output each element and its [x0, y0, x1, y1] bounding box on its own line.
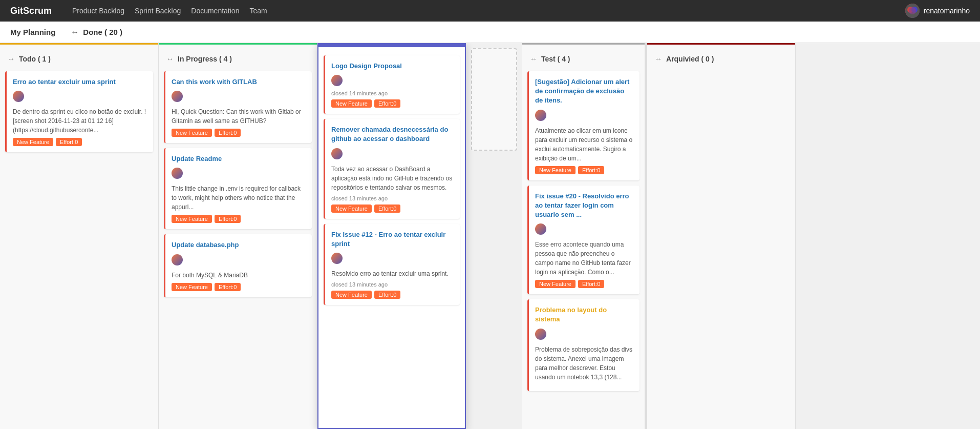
card-inprogress-2-title[interactable]: Update database.php [172, 240, 306, 250]
tag-new-feature-d0[interactable]: New Feature [331, 99, 372, 108]
tag-effort-d2[interactable]: Effort:0 [374, 291, 400, 299]
tag-new-feature-t1[interactable]: New Feature [535, 280, 576, 288]
avatar-done-1 [331, 148, 343, 159]
tag-new-feature-ip2[interactable]: New Feature [172, 283, 212, 291]
tag-new-feature[interactable]: New Feature [13, 138, 53, 146]
inprogress-title: In Progress ( 4 ) [178, 55, 232, 63]
tag-effort-t0[interactable]: Effort:0 [578, 166, 604, 174]
card-test-2-title[interactable]: Problema no layout do sistema [535, 305, 633, 324]
tag-new-feature-d2[interactable]: New Feature [331, 291, 372, 299]
arrow-icon: ↔ [71, 28, 79, 37]
card-test-1-title[interactable]: Fix issue #20 - Resolvido erro ao tentar… [535, 192, 633, 220]
card-test-0: [Sugestão] Adicionar um alert de confirm… [527, 71, 640, 180]
column-header-archived: ↔ Arquivied ( 0 ) [647, 49, 795, 67]
card-done-0-meta: closed 14 minutes ago [331, 90, 454, 96]
card-inprogress-1-tags: New Feature Effort:0 [172, 215, 306, 223]
nav-team[interactable]: Team [249, 7, 267, 15]
tag-new-feature-t0[interactable]: New Feature [535, 166, 576, 174]
card-done-2-tags: New Feature Effort:0 [331, 291, 454, 299]
done-title: Done ( 20 ) [83, 28, 122, 36]
avatar-done-0 [331, 75, 343, 86]
inprogress-cards: Can this work with GITLAB Hi, Quick Ques… [159, 67, 317, 429]
tag-effort-d0[interactable]: Effort:0 [374, 99, 400, 108]
tag-new-feature-ip1[interactable]: New Feature [172, 215, 212, 223]
nav-documentation[interactable]: Documentation [191, 7, 239, 15]
tag-effort-t1[interactable]: Effort:0 [578, 280, 604, 288]
todo-title: Todo ( 1 ) [19, 55, 51, 63]
tag-effort-ip1[interactable]: Effort:0 [215, 215, 241, 223]
avatar-test-0 [535, 110, 546, 121]
avatar-inprogress-0 [172, 91, 183, 102]
archived-cards [647, 67, 795, 429]
card-todo-0-tags: New Feature Effort:0 [13, 138, 147, 146]
card-test-0-tags: New Feature Effort:0 [535, 166, 633, 174]
todo-arrow-icon: ↔ [8, 55, 15, 63]
card-inprogress-0-body: Hi, Quick Question: Can this work with G… [172, 107, 306, 126]
card-done-1-body: Toda vez ao acessar o DashBoard a aplica… [331, 165, 454, 192]
card-test-0-body: Atualmente ao clicar em um icone para ex… [535, 126, 633, 163]
card-todo-0-title[interactable]: Erro ao tentar excluir uma sprint [13, 77, 147, 87]
card-done-2-title[interactable]: Fix Issue #12 - Erro ao tentar excluir s… [331, 230, 454, 249]
card-inprogress-0-title[interactable]: Can this work with GITLAB [172, 77, 306, 87]
column-in-progress: ↔ In Progress ( 4 ) Can this work with G… [159, 43, 317, 429]
column-test: ↔ Test ( 4 ) [Sugestão] Adicionar um ale… [522, 43, 645, 429]
card-done-1-meta: closed 13 minutes ago [331, 195, 454, 201]
card-done-2-meta: closed 13 minutes ago [331, 281, 454, 288]
done-section: ↔ Done ( 20 ) [71, 28, 122, 37]
column-bar-test [522, 43, 645, 45]
card-test-1: Fix issue #20 - Resolvido erro ao tentar… [527, 186, 640, 295]
card-done-1: Remover chamada desnecessária do github … [324, 119, 460, 218]
test-cards: [Sugestão] Adicionar um alert de confirm… [522, 67, 645, 429]
archived-title: Arquivied ( 0 ) [666, 55, 714, 63]
avatar-todo-0 [13, 91, 24, 102]
drop-zone [466, 43, 522, 429]
card-done-1-title[interactable]: Remover chamada desnecessária do github … [331, 125, 454, 144]
nav-product-backlog[interactable]: Product Backlog [72, 7, 124, 15]
card-done-0-title[interactable]: Logo Design Proposal [331, 62, 454, 71]
done-cards: Logo Design Proposal closed 14 minutes a… [318, 47, 465, 428]
column-archived: ↔ Arquivied ( 0 ) [647, 43, 796, 429]
card-inprogress-1-body: This little change in .env is required f… [172, 184, 306, 212]
tag-new-feature-d1[interactable]: New Feature [331, 205, 372, 213]
user-menu[interactable]: renatomarinho [905, 4, 970, 18]
avatar [905, 4, 920, 18]
card-test-2: Problema no layout do sistema Problema d… [527, 299, 640, 391]
planning-header: My Planning ↔ Done ( 20 ) [0, 22, 980, 43]
column-header-todo: ↔ Todo ( 1 ) [0, 49, 158, 67]
card-inprogress-0-tags: New Feature Effort:0 [172, 129, 306, 137]
test-title: Test ( 4 ) [541, 55, 570, 63]
tag-effort[interactable]: Effort:0 [56, 138, 82, 146]
tag-effort-ip0[interactable]: Effort:0 [215, 129, 241, 137]
column-header-inprogress: ↔ In Progress ( 4 ) [159, 49, 317, 67]
drop-zone-box[interactable] [471, 48, 517, 151]
archived-arrow-icon: ↔ [655, 55, 662, 63]
card-done-2: Fix Issue #12 - Erro ao tentar excluir s… [324, 224, 460, 305]
card-inprogress-1-title[interactable]: Update Readme [172, 154, 306, 164]
card-done-0-tags: New Feature Effort:0 [331, 99, 454, 108]
nav-links: Product Backlog Sprint Backlog Documenta… [72, 7, 890, 15]
username: renatomarinho [924, 7, 970, 15]
card-test-2-body: Problema de sobreposição das divs do sis… [535, 345, 633, 382]
column-header-test: ↔ Test ( 4 ) [522, 49, 645, 67]
card-inprogress-0: Can this work with GITLAB Hi, Quick Ques… [164, 71, 312, 143]
tag-effort-ip2[interactable]: Effort:0 [215, 283, 241, 291]
nav-sprint-backlog[interactable]: Sprint Backlog [135, 7, 181, 15]
card-test-0-title[interactable]: [Sugestão] Adicionar um alert de confirm… [535, 77, 633, 106]
column-todo: ↔ Todo ( 1 ) Erro ao tentar excluir uma … [0, 43, 159, 429]
inprogress-arrow-icon: ↔ [166, 55, 174, 63]
svg-point-3 [909, 7, 916, 14]
board: ↔ Todo ( 1 ) Erro ao tentar excluir uma … [0, 43, 980, 429]
card-inprogress-2-body: For both MySQL & MariaDB [172, 271, 306, 280]
tag-new-feature-ip0[interactable]: New Feature [172, 129, 212, 137]
column-bar-archived [647, 43, 795, 45]
card-done-0: Logo Design Proposal closed 14 minutes a… [324, 55, 460, 114]
planning-title: My Planning [10, 28, 55, 36]
avatar-inprogress-2 [172, 254, 183, 265]
tag-effort-d1[interactable]: Effort:0 [374, 205, 400, 213]
card-todo-0-body: De dentro da sprint eu clico no botão de… [13, 107, 147, 135]
navbar: GitScrum Product Backlog Sprint Backlog … [0, 0, 980, 22]
test-arrow-icon: ↔ [530, 55, 537, 63]
brand-logo[interactable]: GitScrum [10, 6, 52, 16]
avatar-inprogress-1 [172, 168, 183, 179]
card-test-1-body: Esse erro acontece quando uma pessoa que… [535, 240, 633, 277]
